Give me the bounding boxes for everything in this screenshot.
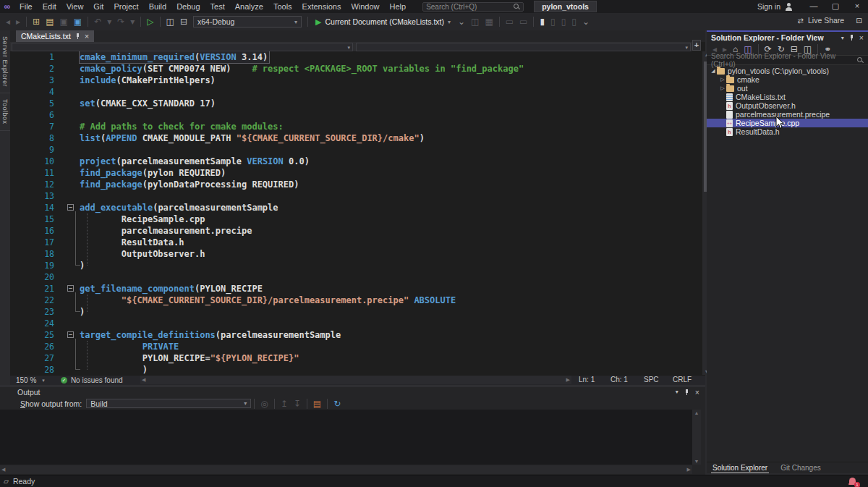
- menu-test[interactable]: Test: [205, 0, 230, 13]
- tree-item-out[interactable]: ▷out: [707, 84, 868, 93]
- expander-collapsed-icon[interactable]: ▷: [719, 75, 726, 84]
- space-indicator[interactable]: SPC: [644, 376, 659, 384]
- menu-extensions[interactable]: Extensions: [297, 0, 346, 13]
- menu-tools[interactable]: Tools: [268, 0, 297, 13]
- run-button[interactable]: ▶ Current Document (CMakeLists.txt) ▾: [311, 14, 455, 29]
- minimize-button[interactable]: —: [803, 0, 825, 13]
- scope-dropdown[interactable]: ▾: [12, 43, 353, 51]
- menu-edit[interactable]: Edit: [38, 0, 61, 13]
- fold-collapse-icon[interactable]: −: [67, 331, 74, 338]
- redo-dropdown-icon[interactable]: ▾: [127, 14, 137, 30]
- menu-help[interactable]: Help: [385, 0, 412, 13]
- open-cmake-targets-icon[interactable]: ◫: [163, 14, 177, 30]
- feedback-icon[interactable]: ⊡: [856, 16, 862, 25]
- background-tasks-icon[interactable]: ▱: [4, 478, 9, 485]
- close-panel-icon[interactable]: ×: [695, 388, 699, 397]
- output-horizontal-scrollbar[interactable]: ◀ ▶: [0, 465, 692, 474]
- nav-back-icon[interactable]: ◂: [3, 14, 13, 30]
- menu-git[interactable]: Git: [88, 0, 109, 13]
- output-source-dropdown[interactable]: Build ▾: [86, 399, 251, 408]
- notifications-button[interactable]: 1: [848, 477, 858, 486]
- issues-status[interactable]: No issues found: [71, 376, 123, 384]
- undo-dropdown-icon[interactable]: ▾: [104, 14, 114, 30]
- tree-item-resultdata-h[interactable]: ▷ResultData.h: [707, 127, 868, 136]
- uncomment-icon[interactable]: ▭: [516, 14, 530, 30]
- menu-build[interactable]: Build: [144, 0, 171, 13]
- save-all-icon[interactable]: ▣: [71, 14, 85, 30]
- fold-margin: [54, 318, 80, 329]
- fold-bracket-line: [75, 292, 80, 312]
- chevron-down-icon[interactable]: ▾: [42, 378, 45, 384]
- tree-item-cmakelists-txt[interactable]: ▷CMakeLists.txt: [707, 93, 868, 101]
- save-icon[interactable]: ▣: [56, 14, 70, 30]
- separator: [254, 399, 255, 409]
- zoom-level[interactable]: 150 %: [16, 376, 36, 384]
- tab-server-explorer[interactable]: Server Explorer: [0, 30, 10, 93]
- pin-icon[interactable]: [684, 389, 689, 396]
- expander-expanded-icon[interactable]: ◢: [710, 67, 717, 75]
- file-h-icon: [726, 102, 733, 110]
- restore-button[interactable]: ▢: [825, 0, 846, 13]
- output-content[interactable]: [0, 410, 692, 465]
- new-project-icon[interactable]: ⊞: [30, 14, 43, 30]
- expander-collapsed-icon[interactable]: ▷: [719, 84, 726, 93]
- bookmark-icon[interactable]: ▮: [537, 14, 548, 30]
- close-tab-icon[interactable]: ×: [85, 32, 89, 41]
- scroll-left-icon[interactable]: ◀: [142, 377, 145, 383]
- redo-icon[interactable]: ↷: [114, 14, 127, 30]
- scroll-up-icon[interactable]: ▲: [692, 410, 701, 415]
- tree-item-cmake[interactable]: ▷cmake: [707, 75, 868, 84]
- scroll-down-icon[interactable]: ▼: [692, 459, 701, 464]
- output-vertical-scrollbar[interactable]: ▲ ▼: [692, 410, 701, 465]
- tab-git-changes[interactable]: Git Changes: [779, 462, 822, 473]
- configuration-dropdown[interactable]: x64-Debug ▾: [193, 16, 302, 27]
- member-dropdown[interactable]: ▾: [356, 43, 691, 51]
- tab-cmakelists[interactable]: CMakeLists.txt ×: [16, 30, 94, 42]
- start-without-debugging-icon[interactable]: ▷: [144, 14, 156, 30]
- toolbar-overflow-icon[interactable]: ⌄: [579, 14, 592, 30]
- menu-window[interactable]: Window: [346, 0, 384, 13]
- close-panel-icon[interactable]: ×: [859, 33, 864, 42]
- undo-icon[interactable]: ↶: [91, 14, 104, 30]
- solution-explorer-search[interactable]: Search Solution Explorer - Folder View (…: [707, 55, 868, 65]
- breakpoints-icon[interactable]: ◫: [468, 14, 482, 30]
- tab-solution-explorer[interactable]: Solution Explorer: [711, 462, 769, 473]
- prev-bookmark-icon[interactable]: ▯: [548, 14, 558, 30]
- next-bookmark-icon[interactable]: ▯: [558, 14, 569, 30]
- code-area[interactable]: 1cmake_minimum_required(VERSION 3.14)2cm…: [10, 51, 692, 375]
- search-box[interactable]: Search (Ctrl+Q): [422, 2, 524, 12]
- switch-view-icon[interactable]: ⊟: [177, 14, 190, 30]
- menu-project[interactable]: Project: [109, 0, 143, 13]
- editor-horizontal-scrollbar[interactable]: ◀ ▶: [140, 376, 571, 384]
- tree-item-recipesample-cpp[interactable]: ▷RecipeSample.cpp: [707, 119, 868, 127]
- scroll-right-icon[interactable]: ▶: [687, 467, 691, 473]
- split-window-button[interactable]: +: [692, 40, 701, 51]
- tree-item-outputobserver-h[interactable]: ▷OutputObserver.h: [707, 101, 868, 110]
- mouse-cursor: [775, 116, 786, 130]
- pin-icon[interactable]: [849, 34, 854, 41]
- menu-analyze[interactable]: Analyze: [230, 0, 268, 13]
- clear-bookmarks-icon[interactable]: ▯: [569, 14, 579, 30]
- call-hierarchy-icon[interactable]: ▦: [482, 14, 495, 30]
- fold-collapse-icon[interactable]: −: [67, 285, 74, 292]
- nav-forward-icon[interactable]: ▸: [13, 14, 23, 30]
- eol-indicator[interactable]: CRLF: [673, 376, 692, 384]
- menu-debug[interactable]: Debug: [171, 0, 205, 13]
- fold-collapse-icon[interactable]: −: [67, 204, 74, 211]
- live-share-button[interactable]: Live Share: [808, 16, 844, 25]
- tab-toolbox[interactable]: Toolbox: [0, 93, 10, 131]
- overflow-chevron-icon[interactable]: ⌄: [455, 14, 468, 30]
- tree-item-parcelmeasurement-precipe[interactable]: ▷parcelmeasurement.precipe: [707, 110, 868, 119]
- scroll-right-icon[interactable]: ▶: [566, 377, 570, 383]
- menu-file[interactable]: File: [14, 0, 38, 13]
- menu-view[interactable]: View: [61, 0, 89, 13]
- window-position-icon[interactable]: ▾: [841, 35, 844, 41]
- comment-icon[interactable]: ▭: [503, 14, 516, 30]
- pin-icon[interactable]: [75, 33, 80, 40]
- sign-in-button[interactable]: Sign in: [753, 2, 785, 11]
- open-folder-icon[interactable]: ▤: [43, 14, 56, 30]
- account-icon[interactable]: [785, 3, 793, 11]
- scroll-left-icon[interactable]: ◀: [1, 467, 5, 473]
- close-button[interactable]: ×: [846, 0, 868, 13]
- window-position-icon[interactable]: ▾: [676, 389, 678, 395]
